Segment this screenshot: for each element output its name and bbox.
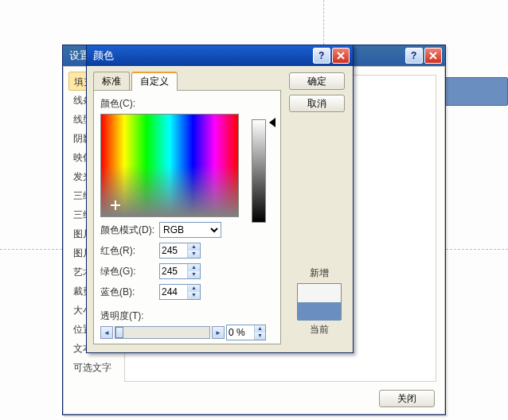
ok-label: 确定 — [307, 75, 326, 88]
color-preview: 新增 当前 — [295, 266, 343, 336]
help-icon: ? — [409, 51, 419, 60]
color-field-label: 颜色(C): — [100, 97, 274, 111]
close-dialog-label: 关闭 — [397, 392, 416, 406]
close-button[interactable] — [332, 48, 350, 64]
crosshair-icon — [111, 200, 120, 210]
color-dialog-body: 标准 自定义 确定 取消 颜色(C): 颜色模式(D): RGB 红色(R): — [87, 66, 353, 352]
tab-standard[interactable]: 标准 — [93, 72, 130, 91]
blue-label: 蓝色(B): — [100, 286, 156, 299]
spin-up-icon[interactable]: ▲ — [188, 243, 200, 251]
red-input[interactable] — [160, 243, 187, 258]
document-shape[interactable] — [444, 77, 508, 106]
slider-thumb[interactable] — [115, 327, 123, 338]
svg-text:?: ? — [318, 51, 324, 60]
transparency-spinner[interactable]: ▲▼ — [226, 325, 266, 340]
spin-down-icon[interactable]: ▼ — [255, 332, 265, 340]
blue-input[interactable] — [160, 285, 187, 299]
svg-text:?: ? — [411, 51, 416, 60]
current-color-swatch — [298, 302, 341, 321]
cancel-button[interactable]: 取消 — [289, 95, 345, 112]
green-label: 绿色(G): — [100, 265, 156, 278]
close-dialog-button[interactable]: 关闭 — [379, 390, 435, 407]
new-color-label: 新增 — [295, 266, 343, 280]
slider-decrease-button[interactable]: ◄ — [100, 326, 113, 339]
color-dialog-title: 颜色 — [90, 49, 311, 63]
spin-down-icon[interactable]: ▼ — [188, 251, 200, 258]
cancel-label: 取消 — [307, 97, 326, 111]
ok-button[interactable]: 确定 — [289, 72, 345, 90]
color-dialog: 颜色 ? 标准 自定义 确定 取消 颜色(C): 颜色模式(D): — [86, 45, 354, 353]
green-input[interactable] — [160, 264, 187, 278]
mode-label: 颜色模式(D): — [100, 224, 156, 237]
transparency-control: ◄ ► ▲▼ — [100, 325, 274, 340]
help-button[interactable]: ? — [405, 48, 423, 64]
page-guide-horizontal-right — [446, 249, 508, 250]
spin-up-icon[interactable]: ▲ — [188, 285, 200, 292]
transparency-label: 透明度(T): — [100, 309, 274, 323]
spin-up-icon[interactable]: ▲ — [188, 264, 200, 271]
blue-spinner[interactable]: ▲▼ — [159, 284, 201, 300]
red-label: 红色(R): — [100, 244, 156, 258]
lightness-arrow-icon[interactable] — [269, 118, 275, 127]
dialog-buttons: 确定 取消 — [289, 72, 345, 112]
close-icon — [337, 52, 345, 60]
spin-down-icon[interactable]: ▼ — [188, 271, 200, 278]
help-button[interactable]: ? — [313, 48, 330, 64]
slider-increase-button[interactable]: ► — [212, 326, 225, 339]
custom-tab-panel: 颜色(C): 颜色模式(D): RGB 红色(R): ▲▼ 绿色(G): — [93, 90, 281, 344]
green-spinner[interactable]: ▲▼ — [159, 263, 201, 279]
red-spinner[interactable]: ▲▼ — [159, 243, 201, 259]
lightness-slider[interactable] — [252, 119, 266, 223]
current-color-label: 当前 — [295, 323, 343, 336]
color-dialog-titlebar[interactable]: 颜色 ? — [87, 45, 353, 66]
close-button[interactable] — [424, 48, 442, 64]
color-swatch — [297, 283, 342, 320]
spin-up-icon[interactable]: ▲ — [255, 325, 265, 332]
page-guide-vertical — [323, 0, 324, 45]
sidebar-item-alt-text[interactable]: 可选文字 — [68, 358, 119, 377]
new-color-swatch — [298, 284, 341, 302]
hue-saturation-picker[interactable] — [100, 114, 239, 217]
help-icon: ? — [317, 51, 326, 60]
close-icon — [429, 52, 437, 60]
page-guide-horizontal-left — [0, 249, 62, 250]
tab-custom[interactable]: 自定义 — [131, 72, 178, 91]
transparency-input[interactable] — [227, 325, 254, 340]
spin-down-icon[interactable]: ▼ — [188, 292, 200, 299]
transparency-slider[interactable] — [115, 326, 210, 339]
color-mode-select[interactable]: RGB — [159, 222, 221, 238]
